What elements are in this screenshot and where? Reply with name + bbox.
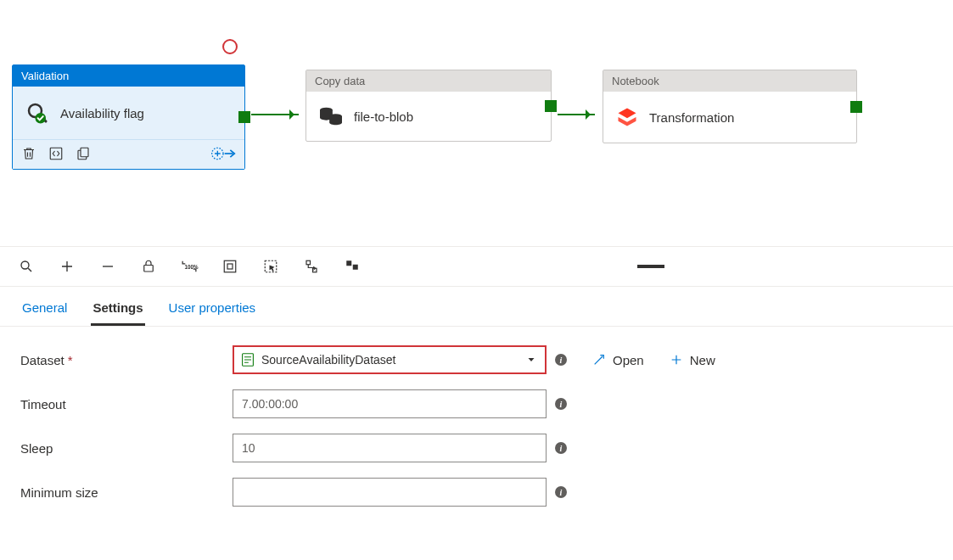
- databricks-icon: [615, 105, 639, 129]
- code-icon[interactable]: [48, 146, 64, 161]
- dataset-select[interactable]: SourceAvailabilityDataset: [233, 345, 547, 374]
- activity-name: Availability flag: [60, 106, 144, 120]
- svg-rect-13: [306, 260, 311, 265]
- panel-resize-grip[interactable]: [637, 265, 664, 268]
- output-port[interactable]: [850, 101, 862, 113]
- required-marker: *: [68, 353, 73, 367]
- info-icon[interactable]: i: [555, 486, 567, 498]
- search-icon[interactable]: [17, 257, 36, 276]
- info-icon[interactable]: i: [555, 442, 567, 454]
- zoom-reset-icon[interactable]: 100%: [180, 257, 199, 276]
- activity-validation[interactable]: Validation Availability flag: [12, 64, 245, 170]
- svg-rect-11: [227, 264, 233, 269]
- activity-body: file-to-blob: [306, 92, 551, 141]
- settings-panel: Dataset* SourceAvailabilityDataset i Ope…: [0, 327, 953, 540]
- connector-2[interactable]: [558, 114, 595, 115]
- copy-data-icon: [318, 105, 344, 127]
- select-icon[interactable]: [261, 257, 280, 276]
- svg-rect-3: [81, 148, 88, 157]
- chevron-down-icon: [526, 355, 536, 365]
- svg-rect-16: [353, 265, 358, 270]
- svg-rect-10: [224, 260, 236, 272]
- delete-icon[interactable]: [21, 146, 36, 161]
- svg-rect-15: [346, 260, 351, 266]
- svg-point-7: [21, 261, 29, 269]
- svg-rect-2: [50, 148, 62, 160]
- activity-header: Validation: [13, 65, 244, 87]
- svg-text:100%: 100%: [185, 264, 199, 270]
- fit-icon[interactable]: [221, 257, 239, 276]
- activity-header: Notebook: [603, 70, 856, 92]
- minimum-size-input[interactable]: [233, 478, 547, 507]
- breakpoint-marker[interactable]: [222, 39, 238, 54]
- add-output-icon[interactable]: [210, 145, 236, 162]
- sleep-row: Sleep i: [20, 434, 933, 462]
- sleep-label: Sleep: [20, 441, 233, 456]
- connector-1[interactable]: [251, 114, 299, 115]
- canvas-toolbar: 100%: [0, 246, 953, 287]
- minimap-icon[interactable]: [343, 257, 362, 276]
- output-port[interactable]: [238, 111, 250, 123]
- timeout-label: Timeout: [20, 397, 233, 412]
- activity-copy-data[interactable]: Copy data file-to-blob: [306, 70, 552, 142]
- dataset-row: Dataset* SourceAvailabilityDataset i Ope…: [20, 345, 933, 374]
- tab-general[interactable]: General: [20, 295, 69, 326]
- svg-rect-8: [144, 266, 154, 272]
- activity-header: Copy data: [306, 70, 551, 92]
- activity-body: Availability flag: [13, 87, 244, 139]
- validation-icon: [25, 100, 50, 126]
- properties-tabs: General Settings User properties: [0, 287, 953, 327]
- auto-align-icon[interactable]: [302, 257, 321, 276]
- zoom-in-icon[interactable]: [58, 257, 76, 276]
- zoom-out-icon[interactable]: [98, 257, 117, 276]
- info-icon[interactable]: i: [555, 398, 567, 410]
- sleep-input[interactable]: [233, 434, 547, 462]
- timeout-input[interactable]: [233, 389, 547, 418]
- activity-toolbar: [13, 139, 244, 169]
- minimum-size-row: Minimum size i: [20, 478, 933, 507]
- dataset-value: SourceAvailabilityDataset: [261, 353, 396, 367]
- lock-icon[interactable]: [139, 257, 158, 276]
- activity-name: file-to-blob: [354, 109, 413, 124]
- tab-user-properties[interactable]: User properties: [167, 295, 258, 326]
- activity-name: Transformation: [649, 110, 734, 125]
- minimum-size-label: Minimum size: [20, 485, 233, 500]
- activity-notebook[interactable]: Notebook Transformation: [603, 70, 857, 143]
- clone-icon[interactable]: [76, 146, 91, 161]
- open-button[interactable]: Open: [592, 353, 644, 367]
- output-port[interactable]: [545, 100, 557, 112]
- info-icon[interactable]: i: [555, 354, 567, 366]
- activity-body: Transformation: [603, 92, 856, 143]
- tab-settings[interactable]: Settings: [91, 295, 144, 326]
- timeout-row: Timeout i: [20, 389, 933, 418]
- pipeline-canvas[interactable]: Validation Availability flag: [0, 0, 953, 246]
- dataset-file-icon: [241, 352, 255, 367]
- new-button[interactable]: New: [670, 353, 715, 367]
- dataset-label: Dataset*: [20, 353, 233, 367]
